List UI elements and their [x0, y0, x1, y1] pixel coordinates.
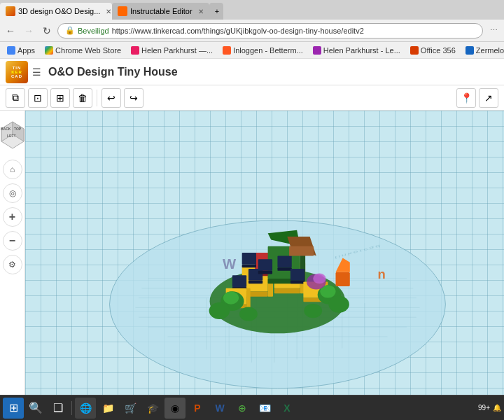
menu-icon[interactable]: ☰: [32, 66, 41, 78]
reload-button[interactable]: ↻: [39, 23, 55, 38]
bookmark-helen2-favicon: [313, 46, 321, 55]
bookmark-inloggen-favicon: [223, 46, 231, 55]
svg-text:n: n: [377, 267, 385, 281]
back-button[interactable]: ←: [3, 23, 18, 38]
svg-rect-51: [246, 288, 251, 309]
zoom-out-icon: −: [9, 234, 15, 247]
right-tools: 📍 ↗: [456, 88, 498, 108]
lock-icon: 🔒: [65, 26, 75, 35]
bookmark-apps-label: Apps: [18, 46, 35, 55]
ungroup-tool-button[interactable]: ⊞: [50, 88, 70, 108]
svg-rect-46: [277, 267, 291, 271]
bookmark-chrome-store[interactable]: Chrome Web Store: [41, 43, 125, 57]
svg-point-66: [313, 274, 326, 284]
fit-view-button[interactable]: ◎: [3, 183, 22, 203]
tab-2-close[interactable]: ✕: [198, 8, 204, 15]
group-icon: ⊡: [34, 92, 42, 104]
svg-text:LEFT: LEFT: [7, 134, 16, 138]
edu-icon: 🎓: [147, 402, 159, 414]
svg-rect-63: [336, 272, 350, 286]
address-bar[interactable]: 🔒 Beveiligd https://www.tinkercad.com/th…: [57, 23, 483, 38]
svg-text:TOP: TOP: [14, 127, 22, 131]
search-button[interactable]: 🔍: [25, 398, 46, 419]
toolbar-separator: [97, 90, 97, 106]
svg-point-59: [209, 302, 230, 319]
zoom-in-icon: +: [9, 211, 15, 223]
new-tab-btn[interactable]: +: [209, 3, 223, 20]
svg-rect-43: [242, 253, 256, 265]
location-button[interactable]: 📍: [456, 88, 476, 108]
share-button[interactable]: ↗: [479, 88, 498, 108]
viewport[interactable]: tinkercad: [25, 111, 504, 395]
taskbar-xbox[interactable]: ⊕: [232, 398, 253, 419]
reload-icon: ↻: [43, 25, 51, 36]
tab-1-close[interactable]: ✕: [106, 8, 111, 15]
bookmark-helen2[interactable]: Helen Parkhurst - Le...: [309, 43, 405, 57]
home-view-icon: ⌂: [10, 164, 15, 174]
task-view-icon: ❑: [53, 401, 63, 414]
forward-button[interactable]: →: [21, 23, 36, 38]
group-tool-button[interactable]: ⊡: [28, 88, 48, 108]
redo-button[interactable]: ↪: [124, 88, 144, 108]
extensions-button[interactable]: ⋯: [486, 23, 501, 38]
delete-icon: 🗑: [78, 92, 88, 104]
taskbar-word[interactable]: W: [209, 398, 230, 419]
bookmark-office-favicon: [410, 46, 419, 55]
bookmark-zermelo[interactable]: Zermelo Portal: [461, 43, 504, 57]
bookmark-office-label: Office 356: [421, 46, 456, 55]
bookmark-helen2-label: Helen Parkhurst - Le...: [323, 46, 400, 55]
project-title: O&O Design Tiny House: [48, 66, 178, 78]
tinkercad-logo[interactable]: TIN KER CAD: [6, 61, 28, 83]
tab-1[interactable]: 3D design O&O Desig... ✕: [0, 3, 112, 20]
tab-bar: 3D design O&O Desig... ✕ Instructable Ed…: [0, 0, 504, 20]
taskbar-store[interactable]: 🛒: [120, 398, 141, 419]
copy-tool-button[interactable]: ⧉: [6, 88, 25, 108]
system-tray[interactable]: 🔔: [493, 404, 501, 412]
design-toolbar: ⧉ ⊡ ⊞ 🗑 ↩ ↪ 📍 ↗: [0, 85, 504, 111]
start-button[interactable]: ⊞: [3, 398, 24, 419]
taskbar-sep: [71, 401, 72, 415]
task-view-button[interactable]: ❑: [48, 398, 69, 419]
svg-text:W: W: [223, 256, 237, 272]
excel-icon: X: [284, 402, 290, 414]
undo-button[interactable]: ↩: [102, 88, 121, 108]
bookmark-inloggen[interactable]: Inloggen - Betterm...: [218, 43, 307, 57]
settings-button[interactable]: ⚙: [3, 255, 22, 274]
back-icon: ←: [6, 25, 15, 36]
tab-1-label: 3D design O&O Desig...: [18, 7, 100, 15]
svg-rect-68: [289, 246, 314, 256]
bookmark-apps[interactable]: Apps: [3, 43, 39, 57]
delete-tool-button[interactable]: 🗑: [73, 88, 92, 108]
tab-2[interactable]: Instructable Editor ✕: [112, 3, 209, 20]
forward-icon: →: [24, 25, 34, 36]
xbox-icon: ⊕: [238, 402, 246, 414]
redo-icon: ↪: [130, 92, 138, 104]
taskbar-edu[interactable]: 🎓: [142, 398, 163, 419]
protocol-text: Beveiligd: [78, 27, 109, 35]
fit-view-icon: ◎: [9, 188, 16, 198]
svg-text:BACK: BACK: [1, 127, 11, 131]
bookmark-helen1[interactable]: Helen Parkhurst —...: [127, 43, 217, 57]
bookmark-chrome-favicon: [45, 46, 53, 55]
taskbar-excel[interactable]: X: [276, 398, 298, 419]
taskbar: ⊞ 🔍 ❑ 🌐 📁 🛒 🎓 ◉ P W ⊕: [0, 395, 504, 420]
taskbar-edge[interactable]: 🌐: [75, 398, 96, 419]
bookmark-apps-favicon: [7, 46, 15, 55]
svg-rect-41: [258, 259, 272, 271]
zoom-out-button[interactable]: −: [3, 231, 22, 251]
home-view-button[interactable]: ⌂: [3, 160, 22, 179]
location-icon: 📍: [461, 92, 472, 104]
zoom-in-button[interactable]: +: [3, 207, 22, 227]
taskbar-mail[interactable]: 📧: [254, 398, 275, 419]
bookmark-office[interactable]: Office 356: [406, 43, 460, 57]
taskbar-chrome[interactable]: ◉: [164, 398, 186, 419]
taskbar-explorer[interactable]: 📁: [97, 398, 118, 419]
mail-icon: 📧: [259, 402, 271, 414]
svg-point-56: [223, 291, 239, 304]
taskbar-powerpoint[interactable]: P: [187, 398, 208, 419]
tab-2-label: Instructable Editor: [130, 7, 192, 15]
bookmark-helen1-favicon: [131, 46, 139, 55]
canvas-area: LEFT TOP BACK ⌂ ◎ + − ⚙: [0, 111, 504, 395]
nav-bar: ← → ↻ 🔒 Beveiligd https://www.tinkercad.…: [0, 20, 504, 42]
word-icon: W: [215, 402, 224, 414]
